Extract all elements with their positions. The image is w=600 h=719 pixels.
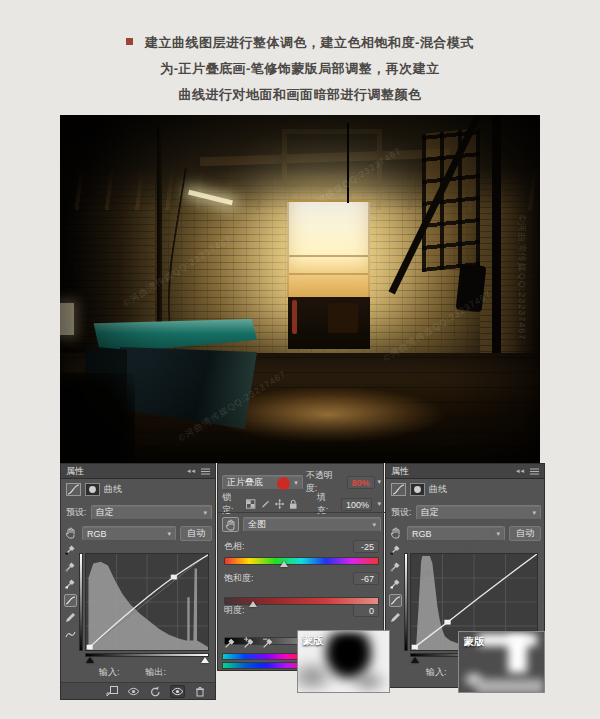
dropdown-arrow-icon: ▾ [532, 509, 536, 516]
photo-doorway [288, 297, 370, 349]
smooth-curve-icon[interactable] [64, 628, 77, 641]
eyedropper-icon[interactable] [224, 637, 236, 649]
clip-to-layer-icon[interactable] [104, 685, 119, 698]
auto-button[interactable]: 自动 [509, 526, 541, 541]
gray-point-eyedropper-icon[interactable] [64, 560, 77, 573]
eyedropper-plus-icon[interactable] [243, 637, 255, 649]
dropdown-arrow-icon: ▾ [294, 479, 298, 486]
panel-tab-bar: 属性 ◂◂ [386, 464, 544, 479]
mask-label: 蒙版 [303, 634, 323, 648]
divider [218, 512, 385, 513]
curves-tool-column [63, 526, 78, 641]
shadow-input-slider[interactable] [411, 657, 419, 663]
lightness-value[interactable]: 0 [353, 604, 379, 617]
curves-grid-left[interactable] [85, 553, 209, 651]
channel-dropdown[interactable]: RGB▾ [82, 526, 176, 541]
curve-point-tool-icon[interactable] [64, 594, 77, 607]
black-point-eyedropper-icon[interactable] [64, 543, 77, 556]
mask-thumbnail-center[interactable]: 蒙版 [297, 630, 390, 693]
layer-mask-icon[interactable] [85, 483, 100, 496]
panel-tab-properties[interactable]: 属性 [391, 465, 409, 478]
hue-slider[interactable] [224, 557, 379, 565]
photo-thin-pole [347, 123, 349, 203]
blend-mode-dropdown[interactable]: 正片叠底 ▾ [222, 475, 303, 490]
lock-image-brush-icon[interactable] [261, 499, 270, 509]
hue-value[interactable]: -25 [353, 540, 379, 553]
stepper-arrow-icon[interactable]: ▾ [378, 478, 382, 486]
mask-white-column [508, 636, 527, 673]
preset-dropdown[interactable]: 自定▾ [91, 505, 212, 520]
pencil-tool-icon[interactable] [389, 611, 402, 624]
collapse-icon[interactable]: ◂◂ [516, 467, 525, 475]
lock-transparent-icon[interactable] [246, 499, 255, 509]
curves-panel-left: 属性 ◂◂ 曲线 预设: 自定▾ RGB▾ 自动 [60, 463, 216, 700]
photo-right-window-grid [422, 128, 480, 272]
curves-tool-column [388, 526, 403, 624]
pencil-tool-icon[interactable] [64, 611, 77, 624]
preset-label: 预设: [391, 506, 412, 519]
lightness-label: 明度: [224, 604, 245, 617]
dropdown-arrow-icon: ▾ [203, 509, 207, 516]
lock-label: 锁定: [222, 491, 241, 517]
channel-dropdown[interactable]: RGB▾ [407, 526, 505, 541]
saturation-value[interactable]: -67 [353, 572, 379, 585]
auto-button[interactable]: 自动 [180, 526, 212, 541]
fill-label: 填充: [317, 491, 336, 517]
photo-machine-silhouette [328, 303, 358, 333]
intro-text: 建立曲线图层进行整体调色，建立色相饱和度-混合模式 为-正片叠底画-笔修饰蒙版局… [80, 30, 520, 108]
fill-value[interactable]: 100% [341, 498, 373, 511]
mask-gray-smudge [297, 658, 337, 693]
curve-point [87, 645, 93, 650]
gray-point-eyedropper-icon[interactable] [389, 560, 402, 573]
lock-all-icon[interactable] [289, 499, 297, 510]
output-gradient-strip [79, 553, 83, 651]
photo-extinguisher [292, 300, 297, 334]
preset-dropdown[interactable]: 自定▾ [416, 505, 541, 520]
mask-light-floor [476, 679, 544, 693]
hue-slider-handle[interactable] [280, 561, 288, 567]
white-point-eyedropper-icon[interactable] [64, 577, 77, 590]
previous-state-eye-icon[interactable] [126, 685, 141, 698]
black-point-eyedropper-icon[interactable] [389, 543, 402, 556]
bullet-icon [126, 38, 133, 45]
curves-chart-left [86, 554, 208, 650]
intro-line-1: 建立曲线图层进行整体调色，建立色相饱和度-混合模式 [80, 30, 520, 56]
tutorial-page: 建立曲线图层进行整体调色，建立色相饱和度-混合模式 为-正片叠底画-笔修饰蒙版局… [0, 0, 600, 719]
opacity-value[interactable]: 80% [347, 476, 375, 489]
visibility-eye-icon[interactable] [170, 685, 185, 698]
white-point-eyedropper-icon[interactable] [389, 577, 402, 590]
eyedropper-minus-icon[interactable] [262, 637, 274, 649]
photo-window [287, 200, 370, 300]
reset-icon[interactable] [148, 685, 163, 698]
intro-line-3: 曲线进行对地面和画面暗部进行调整颜色 [80, 82, 520, 108]
dropdown-arrow-icon: ▾ [372, 521, 376, 528]
stepper-arrow-icon[interactable]: ▾ [377, 500, 381, 508]
hand-adjust-icon[interactable] [64, 526, 77, 539]
shadow-input-slider[interactable] [86, 657, 94, 663]
input-gradient-strip [85, 653, 209, 657]
red-annotation-circle [277, 477, 290, 490]
layer-mask-icon[interactable] [410, 483, 425, 496]
panel-menu-icon[interactable] [201, 468, 210, 475]
saturation-label: 饱和度: [224, 572, 254, 585]
hue-range-dropdown[interactable]: 全图▾ [243, 517, 381, 532]
adjustment-title: 曲线 [104, 483, 122, 496]
panel-tab-properties[interactable]: 属性 [66, 465, 84, 478]
photo-window-mullion-2 [289, 273, 368, 275]
output-gradient-strip [404, 553, 408, 651]
collapse-icon[interactable]: ◂◂ [187, 467, 196, 475]
mask-thumbnail-right[interactable]: 蒙版 [458, 631, 545, 693]
curve-point [171, 575, 177, 580]
photo-window-mullion [289, 255, 368, 257]
hand-adjust-icon[interactable] [222, 517, 239, 532]
input-label: 输入: [99, 666, 120, 679]
curve-point-tool-icon[interactable] [389, 594, 402, 607]
photo-hanging-object [456, 264, 487, 312]
highlight-input-slider[interactable] [201, 657, 209, 663]
delete-icon[interactable] [192, 685, 207, 698]
panel-menu-icon[interactable] [530, 468, 539, 475]
hand-adjust-icon[interactable] [389, 526, 402, 539]
lock-position-icon[interactable] [275, 499, 284, 509]
mask-gray-smudge-2 [348, 668, 389, 693]
curves-adjustment-icon [66, 483, 81, 496]
